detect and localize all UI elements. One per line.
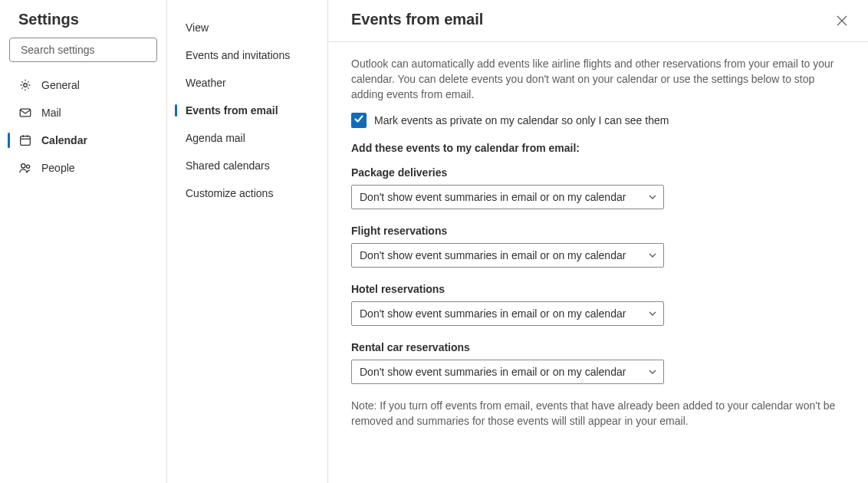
main-body: Outlook can automatically add events lik… <box>328 42 868 442</box>
sub-item-customize-actions[interactable]: Customize actions <box>167 179 327 207</box>
nav-label: Mail <box>41 107 61 119</box>
chevron-down-icon <box>648 309 657 318</box>
chevron-down-icon <box>648 192 657 202</box>
mail-icon <box>18 106 32 120</box>
chevron-down-icon <box>648 251 657 260</box>
nav-item-general[interactable]: General <box>0 71 166 99</box>
select-value: Don't show event summaries in email or o… <box>360 189 626 205</box>
footer-note: Note: If you turn off events from email,… <box>351 398 842 429</box>
select-value: Don't show event summaries in email or o… <box>360 364 626 380</box>
gear-icon <box>18 78 32 92</box>
sub-item-shared-calendars[interactable]: Shared calendars <box>167 152 327 179</box>
settings-title: Settings <box>0 11 166 38</box>
mark-private-label: Mark events as private on my calendar so… <box>374 113 669 128</box>
sub-item-agenda-mail[interactable]: Agenda mail <box>167 124 327 152</box>
search-box[interactable] <box>9 38 157 62</box>
sub-item-events-from-email[interactable]: Events from email <box>167 97 327 124</box>
field-label: Package deliveries <box>351 165 845 180</box>
flight-reservations-select[interactable]: Don't show event summaries in email or o… <box>351 243 664 268</box>
svg-rect-3 <box>20 109 31 117</box>
search-wrap <box>0 38 166 71</box>
nav-label: General <box>41 79 80 91</box>
settings-nav: General Mail Calendar People <box>0 71 166 182</box>
nav-item-calendar[interactable]: Calendar <box>0 127 166 154</box>
package-deliveries-select[interactable]: Don't show event summaries in email or o… <box>351 185 664 209</box>
hotel-reservations-select[interactable]: Don't show event summaries in email or o… <box>351 301 664 326</box>
rental-car-reservations-select[interactable]: Don't show event summaries in email or o… <box>351 360 664 384</box>
calendar-subnav: View Events and invitations Weather Even… <box>167 0 328 483</box>
close-icon <box>837 15 847 28</box>
main-header: Events from email <box>328 0 868 42</box>
sub-item-weather[interactable]: Weather <box>167 69 327 97</box>
page-title: Events from email <box>351 11 831 28</box>
field-rental-car-reservations: Rental car reservations Don't show event… <box>351 340 845 384</box>
chevron-down-icon <box>648 367 657 376</box>
check-icon <box>353 113 364 128</box>
select-value: Don't show event summaries in email or o… <box>360 248 626 263</box>
people-icon <box>18 161 32 175</box>
field-hotel-reservations: Hotel reservations Don't show event summ… <box>351 281 845 326</box>
select-value: Don't show event summaries in email or o… <box>360 306 626 321</box>
main-panel: Events from email Outlook can automatica… <box>328 0 868 483</box>
search-input[interactable] <box>21 44 155 56</box>
nav-label: Calendar <box>41 134 87 146</box>
page-description: Outlook can automatically add events lik… <box>351 56 845 102</box>
svg-rect-4 <box>21 136 31 146</box>
mark-private-row: Mark events as private on my calendar so… <box>351 113 845 128</box>
field-package-deliveries: Package deliveries Don't show event summ… <box>351 165 845 209</box>
nav-item-mail[interactable]: Mail <box>0 99 166 127</box>
add-events-label: Add these events to my calendar from ema… <box>351 140 845 156</box>
field-label: Flight reservations <box>351 223 845 238</box>
field-flight-reservations: Flight reservations Don't show event sum… <box>351 223 845 268</box>
close-button[interactable] <box>831 11 853 32</box>
svg-point-8 <box>21 164 25 168</box>
mark-private-checkbox[interactable] <box>351 113 367 128</box>
sub-item-view[interactable]: View <box>167 14 327 41</box>
field-label: Rental car reservations <box>351 340 845 355</box>
sub-item-events-invitations[interactable]: Events and invitations <box>167 41 327 69</box>
svg-point-9 <box>27 165 30 168</box>
field-label: Hotel reservations <box>351 281 845 297</box>
svg-point-2 <box>24 84 28 87</box>
nav-label: People <box>41 162 75 174</box>
nav-item-people[interactable]: People <box>0 154 166 182</box>
settings-sidebar: Settings General Mail Calendar <box>0 0 167 483</box>
calendar-icon <box>18 133 32 147</box>
